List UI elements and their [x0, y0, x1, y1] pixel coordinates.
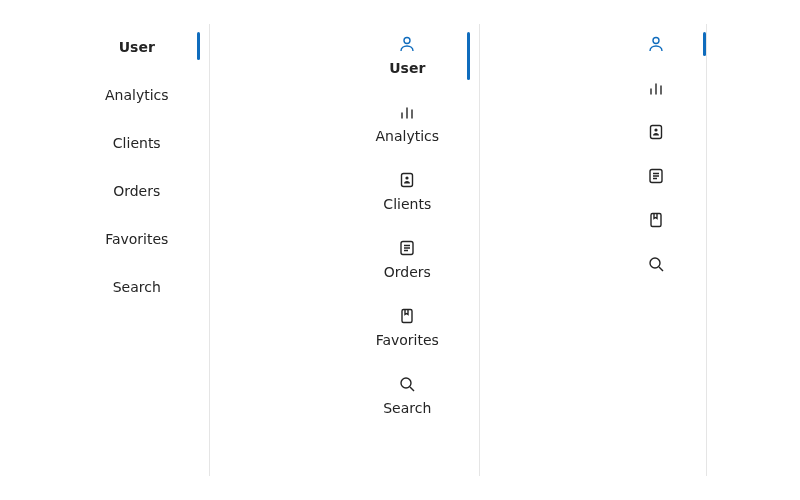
tab-favorites[interactable]: Favorites: [364, 296, 451, 360]
search-icon: [397, 374, 417, 394]
bookmark-icon: [646, 210, 666, 230]
svg-point-0: [404, 38, 410, 44]
tab-analytics[interactable]: Analytics: [93, 72, 181, 116]
tab-clients[interactable]: Clients: [371, 160, 443, 224]
svg-rect-1: [402, 174, 413, 187]
tab-search[interactable]: Search: [634, 244, 678, 284]
tab-user[interactable]: User: [102, 24, 172, 68]
svg-point-11: [650, 258, 660, 268]
tab-favorites[interactable]: Favorites: [634, 200, 678, 240]
orders-icon: [397, 238, 417, 258]
analytics-icon: [646, 78, 666, 98]
svg-point-2: [406, 176, 409, 179]
tab-label: Clients: [383, 194, 431, 214]
tab-label: User: [389, 58, 425, 78]
person-icon: [646, 34, 666, 54]
svg-rect-4: [402, 310, 412, 323]
vertical-tablist-text: User Analytics Clients Orders Favorites …: [93, 24, 210, 476]
analytics-icon: [397, 102, 417, 122]
tab-label: User: [119, 37, 155, 57]
tab-user[interactable]: User: [372, 24, 442, 88]
tab-orders[interactable]: Orders: [372, 228, 443, 292]
tab-label: Clients: [113, 133, 161, 153]
tab-label: Analytics: [105, 85, 169, 105]
tab-search[interactable]: Search: [371, 364, 443, 428]
tab-user[interactable]: User: [634, 24, 678, 64]
vertical-tablist-icon-top: User Analytics Clients Orders Favorites: [363, 24, 480, 476]
orders-icon: [646, 166, 666, 186]
svg-rect-10: [651, 214, 661, 227]
tab-analytics[interactable]: Analytics: [363, 92, 451, 156]
bookmark-icon: [397, 306, 417, 326]
tab-label: Favorites: [105, 229, 168, 249]
clients-icon: [397, 170, 417, 190]
tab-label: Favorites: [376, 330, 439, 350]
svg-rect-7: [651, 126, 662, 139]
person-icon: [397, 34, 417, 54]
vertical-tablist-icon-only: User Analytics Clients Orders Favorites: [634, 24, 707, 476]
tab-label: Orders: [113, 181, 160, 201]
tab-analytics[interactable]: Analytics: [634, 68, 678, 108]
tab-label: Search: [383, 398, 431, 418]
tab-label: Orders: [384, 262, 431, 282]
clients-icon: [646, 122, 666, 142]
tab-orders[interactable]: Orders: [634, 156, 678, 196]
search-icon: [646, 254, 666, 274]
svg-point-8: [654, 128, 657, 131]
tab-clients[interactable]: Clients: [634, 112, 678, 152]
tabs-demo-canvas: User Analytics Clients Orders Favorites …: [0, 0, 800, 500]
tab-orders[interactable]: Orders: [101, 168, 172, 212]
tab-label: Search: [113, 277, 161, 297]
tab-label: Analytics: [375, 126, 439, 146]
tab-clients[interactable]: Clients: [101, 120, 173, 164]
tab-search[interactable]: Search: [101, 264, 173, 308]
svg-point-6: [653, 38, 659, 44]
svg-point-5: [401, 378, 411, 388]
tab-favorites[interactable]: Favorites: [93, 216, 180, 260]
